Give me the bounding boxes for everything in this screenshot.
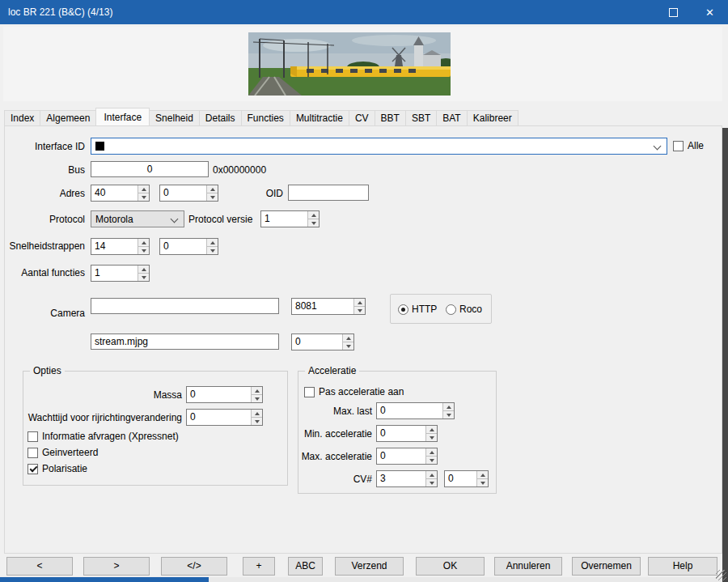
verzend-button[interactable]: Verzend (335, 557, 404, 576)
tab-multitractie[interactable]: Multitractie (290, 110, 349, 126)
spin-up-button[interactable] (426, 426, 437, 434)
camera-port-value[interactable]: 8081 (292, 299, 353, 314)
spin-up-button[interactable] (354, 299, 365, 307)
camera-stream-field[interactable]: stream.mjpg (91, 333, 279, 350)
tab-algemeen[interactable]: Algemeen (40, 110, 95, 126)
max-last-spinner[interactable]: 0 (376, 402, 455, 419)
cv-spinner[interactable]: 3 (376, 470, 438, 487)
adres2-spinner[interactable]: 0 (159, 185, 218, 202)
spin-down-button[interactable] (252, 395, 262, 402)
informatie-checkbox[interactable]: Informatie afvragen (Xpressnet) (28, 430, 179, 443)
tab-kalibreer[interactable]: Kalibreer (467, 110, 518, 126)
spin-down-button[interactable] (138, 274, 149, 281)
wachttijd-spinner[interactable]: 0 (186, 409, 263, 426)
camera-index-value[interactable]: 0 (292, 334, 342, 350)
cv2-value[interactable]: 0 (445, 471, 476, 486)
next-loco-button[interactable]: > (83, 557, 150, 576)
bus-field[interactable]: 0 (91, 161, 209, 177)
spin-down-button[interactable] (426, 479, 437, 486)
spin-up-button[interactable] (138, 266, 149, 274)
spin-up-button[interactable] (252, 410, 262, 418)
spin-up-button[interactable] (252, 387, 262, 395)
tab-sbt[interactable]: SBT (405, 110, 436, 126)
maximize-button[interactable] (655, 0, 692, 24)
tab-functies[interactable]: Functies (241, 110, 290, 126)
cv2-spinner[interactable]: 0 (444, 470, 489, 487)
geinverteerd-checkbox[interactable]: Geinverteerd (28, 446, 98, 459)
snelheidstrappen-spinner[interactable]: 14 (91, 238, 150, 255)
prev-next-button[interactable]: </> (161, 557, 227, 576)
snelheidstrappen-value[interactable]: 14 (91, 239, 138, 254)
aantal-functies-value[interactable]: 1 (91, 266, 138, 281)
camera-url-field[interactable] (91, 298, 279, 314)
alle-checkbox[interactable]: Alle (673, 139, 704, 152)
spin-up-button[interactable] (426, 448, 437, 457)
pas-acceleratie-checkbox[interactable]: Pas acceleratie aan (304, 385, 404, 398)
camera-port-spinner[interactable]: 8081 (291, 298, 366, 315)
tab-interface[interactable]: Interface (95, 108, 150, 126)
add-button[interactable]: + (243, 557, 275, 576)
tab-index[interactable]: Index (4, 110, 40, 126)
protocol-versie-value[interactable]: 1 (261, 211, 307, 227)
massa-value[interactable]: 0 (187, 387, 251, 402)
cv-value[interactable]: 3 (377, 471, 425, 486)
min-acceleratie-value[interactable]: 0 (377, 426, 425, 441)
abc-sort-button[interactable]: ABC (288, 557, 323, 576)
close-button[interactable]: ✕ (692, 0, 728, 24)
min-acceleratie-spinner[interactable]: 0 (376, 425, 438, 442)
spin-down-button[interactable] (477, 479, 488, 486)
tab-snelheid[interactable]: Snelheid (150, 110, 199, 126)
spin-up-button[interactable] (207, 239, 218, 247)
spin-up-button[interactable] (426, 471, 437, 479)
resize-grip[interactable] (716, 570, 726, 580)
spin-down-button[interactable] (426, 457, 437, 464)
protocol-versie-spinner[interactable]: 1 (260, 210, 320, 227)
overnemen-button[interactable]: Overnemen (572, 557, 641, 576)
spin-up-button[interactable] (138, 185, 149, 193)
spin-up-button[interactable] (443, 403, 454, 411)
help-button[interactable]: Help (648, 557, 717, 576)
interface-id-combobox[interactable] (91, 138, 667, 155)
protocol-combobox[interactable]: Motorola (91, 210, 184, 227)
spin-up-button[interactable] (207, 185, 218, 193)
polarisatie-checkbox[interactable]: Polarisatie (28, 462, 87, 475)
prev-loco-button[interactable]: < (6, 557, 73, 576)
spin-down-button[interactable] (252, 418, 262, 425)
ok-button[interactable]: OK (416, 557, 485, 576)
adres-spinner[interactable]: 40 (91, 185, 150, 202)
spin-down-button[interactable] (207, 193, 218, 201)
max-acceleratie-value[interactable]: 0 (377, 448, 425, 464)
aantal-functies-spinner[interactable]: 1 (91, 265, 150, 282)
spin-down-button[interactable] (138, 247, 149, 254)
spin-down-button[interactable] (343, 342, 353, 350)
spin-up-button[interactable] (477, 471, 488, 479)
http-radio[interactable]: HTTP (398, 303, 437, 316)
tab-cv[interactable]: CV (349, 110, 375, 126)
spin-down-button[interactable] (443, 411, 454, 418)
spin-up-button[interactable] (308, 211, 319, 219)
tab-details[interactable]: Details (199, 110, 241, 126)
spin-down-button[interactable] (138, 193, 149, 201)
max-last-value[interactable]: 0 (377, 403, 442, 418)
massa-spinner[interactable]: 0 (186, 386, 263, 403)
spin-up-button[interactable] (138, 239, 149, 247)
spin-down-button[interactable] (308, 219, 319, 227)
max-acceleratie-label: Max. acceleratie (302, 451, 372, 462)
spin-down-button[interactable] (426, 434, 437, 441)
tab-bbt[interactable]: BBT (375, 110, 405, 126)
wachttijd-value[interactable]: 0 (187, 410, 251, 425)
max-acceleratie-spinner[interactable]: 0 (376, 448, 438, 465)
snelheidstrappen2-value[interactable]: 0 (160, 239, 206, 254)
spin-up-button[interactable] (343, 334, 353, 342)
spin-down-button[interactable] (207, 247, 218, 254)
adres2-value[interactable]: 0 (160, 185, 206, 201)
snelheidstrappen2-spinner[interactable]: 0 (159, 238, 218, 255)
tab-bat[interactable]: BAT (436, 110, 466, 126)
adres-value[interactable]: 40 (91, 185, 138, 201)
spin-down-button[interactable] (354, 307, 365, 314)
roco-radio[interactable]: Roco (446, 303, 482, 316)
annuleren-button[interactable]: Annuleren (494, 557, 562, 576)
camera-index-spinner[interactable]: 0 (291, 333, 354, 350)
oid-field[interactable] (288, 185, 369, 201)
titlebar[interactable]: loc BR 221 (B&C) (4/13) ✕ (0, 0, 728, 24)
